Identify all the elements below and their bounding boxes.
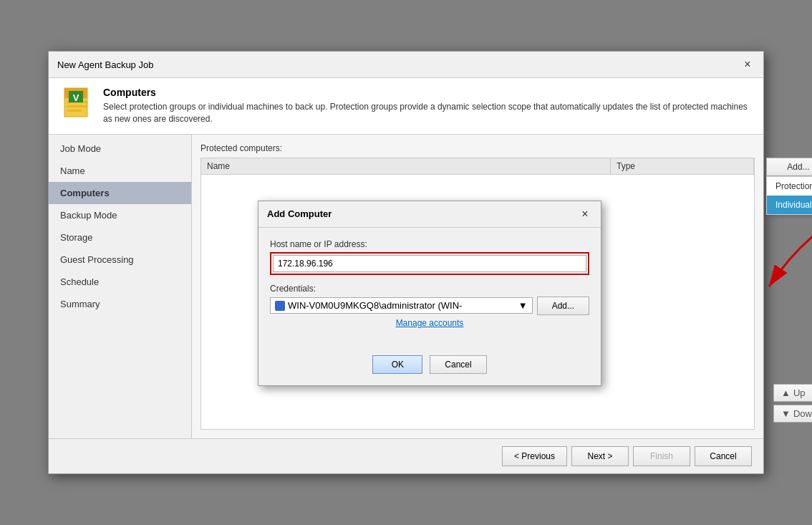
table-header: Name Type [201, 158, 754, 175]
credentials-form-group: Credentials: WIN-V0M0U9MKGQ8\administrat… [270, 284, 589, 328]
finish-button[interactable]: Finish [633, 446, 690, 466]
credentials-label: Credentials: [270, 284, 589, 294]
col-type: Type [611, 158, 754, 174]
add-button[interactable]: Add... [766, 158, 812, 176]
host-label: Host name or IP address: [270, 239, 589, 249]
host-form-group: Host name or IP address: [270, 239, 589, 275]
svg-rect-4 [67, 110, 82, 112]
sidebar: Job Mode Name Computers Backup Mode Stor… [49, 135, 192, 438]
sidebar-item-summary[interactable]: Summary [49, 293, 191, 315]
up-down-buttons: ▲ Up ▼ Down [773, 384, 812, 423]
credential-icon [275, 301, 285, 311]
header-description: Select protection groups or individual m… [103, 101, 752, 125]
down-arrow-icon: ▼ [781, 408, 791, 419]
sidebar-item-storage[interactable]: Storage [49, 226, 191, 249]
dropdown-chevron-icon: ▼ [518, 300, 528, 311]
header-section: V Computers Select protection groups or … [49, 78, 763, 135]
sidebar-item-guest-processing[interactable]: Guest Processing [49, 249, 191, 271]
modal-title-bar: Add Computer × [258, 201, 601, 228]
dropdown-item-protection-group[interactable]: Protection group... [767, 177, 812, 196]
svg-text:V: V [73, 92, 79, 103]
content-area: Protected computers: Name Type Add... Pr… [192, 135, 763, 438]
header-title: Computers [103, 87, 752, 98]
previous-button[interactable]: < Previous [502, 446, 567, 466]
window-close-button[interactable]: × [740, 57, 755, 72]
add-dropdown-menu: Protection group... Individual computer.… [766, 176, 812, 215]
main-content: Job Mode Name Computers Backup Mode Stor… [49, 135, 763, 438]
window-title: New Agent Backup Job [57, 59, 153, 70]
sidebar-item-schedule[interactable]: Schedule [49, 271, 191, 293]
credentials-select[interactable]: WIN-V0M0U9MKGQ8\administrator (WIN- ▼ [270, 297, 533, 314]
up-button[interactable]: ▲ Up [773, 384, 812, 402]
next-button[interactable]: Next > [571, 446, 629, 466]
sidebar-item-job-mode[interactable]: Job Mode [49, 138, 191, 160]
bottom-bar: < Previous Next > Finish Cancel [49, 438, 763, 473]
col-name: Name [201, 158, 611, 174]
add-computer-modal: Add Computer × Host name or IP address: [258, 201, 601, 386]
credentials-value: WIN-V0M0U9MKGQ8\administrator (WIN- [288, 300, 516, 311]
down-button[interactable]: ▼ Down [773, 405, 812, 423]
app-icon: V [60, 87, 95, 121]
host-input[interactable] [273, 255, 586, 272]
sidebar-item-computers[interactable]: Computers [49, 182, 191, 204]
section-label: Protected computers: [200, 143, 755, 153]
manage-accounts-link[interactable]: Manage accounts [270, 318, 589, 328]
main-window: New Agent Backup Job × V Computers Selec… [48, 51, 764, 474]
header-icon-svg: V [60, 87, 95, 121]
credentials-row: WIN-V0M0U9MKGQ8\administrator (WIN- ▼ Ad… [270, 297, 589, 315]
title-bar: New Agent Backup Job × [49, 52, 763, 78]
add-computer-modal-container: Add Computer × Host name or IP address: [258, 201, 601, 386]
right-buttons: Add... Protection group... Individual co… [766, 158, 812, 176]
cancel-button[interactable]: Cancel [695, 446, 752, 466]
credentials-add-button[interactable]: Add... [537, 297, 589, 315]
header-text: Computers Select protection groups or in… [103, 87, 752, 125]
up-arrow-icon: ▲ [781, 387, 791, 398]
modal-close-button[interactable]: × [578, 207, 592, 221]
modal-body: Host name or IP address: Credentials: [258, 228, 601, 348]
modal-cancel-button[interactable]: Cancel [430, 355, 486, 374]
sidebar-item-name[interactable]: Name [49, 160, 191, 182]
dropdown-item-individual-computer[interactable]: Individual computer... [767, 196, 812, 214]
svg-rect-3 [67, 105, 87, 107]
modal-title: Add Computer [267, 208, 332, 219]
ok-button[interactable]: OK [372, 355, 422, 374]
sidebar-item-backup-mode[interactable]: Backup Mode [49, 204, 191, 226]
modal-footer: OK Cancel [258, 348, 601, 385]
